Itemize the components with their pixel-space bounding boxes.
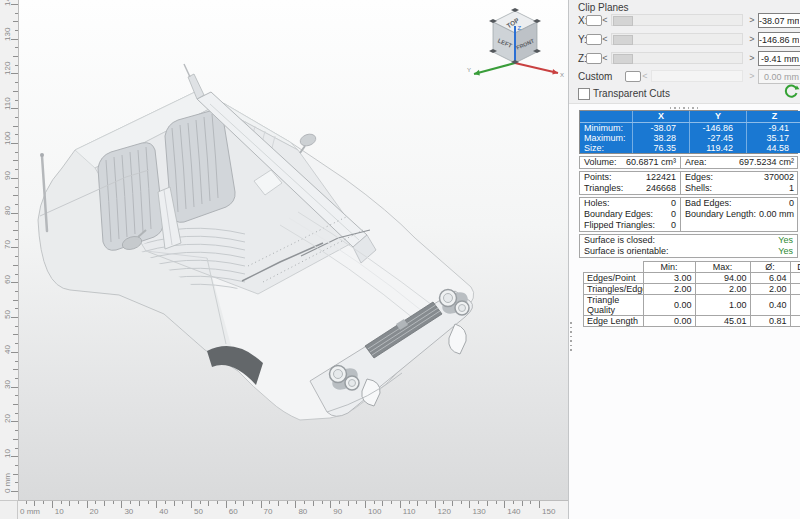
bad-edges-value: 0 bbox=[789, 198, 794, 209]
clip-x-checkbox[interactable] bbox=[586, 15, 602, 26]
flipped-triangles-label: Flipped Triangles: bbox=[584, 220, 655, 231]
stats-row-edges-point: Edges/Point 3.00 94.00 6.04 2.43 bbox=[584, 273, 800, 284]
clip-z-slider[interactable] bbox=[611, 52, 743, 64]
holes-value: 0 bbox=[671, 198, 676, 209]
stats-edges-point-min: 3.00 bbox=[643, 273, 695, 284]
stats-edges-point-label: Edges/Point bbox=[584, 273, 644, 284]
clip-y-slider-thumb[interactable] bbox=[613, 35, 633, 45]
bounds-max-z: 35.17 bbox=[747, 133, 800, 143]
clip-z-decrease-button[interactable]: < bbox=[601, 52, 609, 64]
viewport-area: TOP LEFT FRONT Z Y X 0 mm102030405060708… bbox=[0, 0, 568, 519]
boundary-length-label: Boundary Length: bbox=[685, 209, 756, 220]
bounds-max-label: Maximum: bbox=[580, 133, 633, 143]
bounds-size-x: 76.35 bbox=[633, 143, 690, 153]
stats-triangle-quality-min: 0.00 bbox=[643, 295, 695, 316]
bounds-row-maximum: Maximum: 38.28 -27.45 35.17 bbox=[580, 133, 800, 143]
clip-x-value-input[interactable] bbox=[758, 13, 800, 28]
holes-label: Holes: bbox=[584, 198, 610, 209]
clip-custom-slider bbox=[651, 70, 743, 82]
stats-col-max: Max: bbox=[695, 262, 750, 273]
shells-label: Shells: bbox=[685, 183, 712, 194]
bad-edges-label: Bad Edges: bbox=[685, 198, 732, 209]
clip-row-custom: Custom < > bbox=[569, 69, 800, 84]
edges-value: 370002 bbox=[764, 172, 794, 183]
clip-x-slider-thumb[interactable] bbox=[613, 16, 633, 26]
clip-y-slider[interactable] bbox=[611, 33, 743, 45]
stats-triangles-edge-avg: 2.00 bbox=[750, 284, 790, 295]
clip-z-increase-button[interactable]: > bbox=[748, 52, 756, 64]
clip-y-checkbox[interactable] bbox=[586, 34, 602, 45]
panel-drag-handle[interactable] bbox=[670, 107, 700, 109]
stats-edges-point-dev: 2.43 bbox=[790, 273, 800, 284]
z-axis-label: Z bbox=[518, 25, 522, 31]
panel-splitter-handle[interactable] bbox=[570, 322, 572, 352]
ruler-horizontal: 0 mm102030405060708090100110120130140150 bbox=[18, 500, 568, 519]
clip-row-z: Z: < > bbox=[569, 51, 800, 66]
edges-label: Edges: bbox=[685, 172, 713, 183]
clip-z-checkbox[interactable] bbox=[586, 53, 602, 64]
view-cube[interactable]: TOP LEFT FRONT Z Y X bbox=[466, 6, 566, 78]
bounds-min-label: Minimum: bbox=[580, 123, 633, 134]
triangles-value: 246668 bbox=[646, 183, 676, 194]
bounds-table: X Y Z Minimum: -38.07 -146.86 -9.41 Maxi… bbox=[579, 110, 798, 154]
volume-value: 60.6871 cm³ bbox=[626, 157, 676, 168]
surface-orientable-label: Surface is orientable: bbox=[584, 246, 669, 257]
stats-edge-length-min: 0.00 bbox=[643, 316, 695, 327]
flipped-triangles-value: 0 bbox=[671, 220, 676, 231]
volume-area-box: Volume:60.6871 cm³ Area:697.5234 cm² bbox=[579, 156, 798, 169]
stats-row-edge-length: Edge Length 0.00 45.01 0.81 1.90 bbox=[584, 316, 800, 327]
bounds-max-x: 38.28 bbox=[633, 133, 690, 143]
bounds-col-z: Z bbox=[747, 111, 800, 123]
stats-triangles-edge-dev: 0.00 bbox=[790, 284, 800, 295]
3d-canvas[interactable]: TOP LEFT FRONT Z Y X bbox=[18, 0, 568, 500]
clip-custom-checkbox[interactable] bbox=[625, 71, 641, 82]
volume-label: Volume: bbox=[584, 157, 617, 168]
stats-triangles-edge-min: 2.00 bbox=[643, 284, 695, 295]
points-label: Points: bbox=[584, 172, 612, 183]
clip-x-slider[interactable] bbox=[611, 14, 743, 26]
info-panel: Clip Planes X: < > Y: < > Z: < bbox=[568, 0, 800, 519]
area-value: 697.5234 cm² bbox=[739, 157, 794, 168]
stats-edge-length-max: 45.01 bbox=[695, 316, 750, 327]
clip-planes-title: Clip Planes bbox=[578, 2, 629, 13]
bounds-col-x: X bbox=[633, 111, 690, 123]
transparent-cuts-checkbox[interactable] bbox=[578, 88, 590, 100]
clip-x-increase-button[interactable]: > bbox=[748, 14, 756, 26]
bounds-size-label: Size: bbox=[580, 143, 633, 153]
clip-row-x: X: < > bbox=[569, 13, 800, 28]
bounds-row-size: Size: 76.35 119.42 44.58 bbox=[580, 143, 800, 153]
bounds-min-z: -9.41 bbox=[747, 123, 800, 134]
clip-y-increase-button[interactable]: > bbox=[748, 33, 756, 45]
surface-box: Surface is closed:Yes Surface is orienta… bbox=[579, 234, 798, 258]
clip-z-slider-thumb[interactable] bbox=[613, 54, 633, 64]
stats-col-min: Min: bbox=[643, 262, 695, 273]
refresh-icon[interactable] bbox=[783, 83, 800, 100]
transparent-cuts-label: Transparent Cuts bbox=[593, 88, 670, 99]
boundary-length-value: 0.00 mm bbox=[759, 209, 794, 220]
defects-box: Holes:0 Boundary Edges:0 Flipped Triangl… bbox=[579, 197, 798, 232]
points-value: 122421 bbox=[646, 172, 676, 183]
ruler-vertical: 0 mm102030405060708090100110120130140 bbox=[0, 0, 19, 500]
ruler-corner bbox=[0, 500, 18, 519]
stats-edge-length-label: Edge Length bbox=[584, 316, 644, 327]
clip-custom-increase-button: > bbox=[748, 70, 756, 82]
clip-x-decrease-button[interactable]: < bbox=[601, 14, 609, 26]
stats-triangle-quality-max: 1.00 bbox=[695, 295, 750, 316]
clip-y-value-input[interactable] bbox=[758, 32, 800, 47]
stats-triangles-edge-label: Triangles/Edge bbox=[584, 284, 644, 295]
stats-triangle-quality-avg: 0.40 bbox=[750, 295, 790, 316]
surface-closed-value: Yes bbox=[778, 235, 793, 246]
statistics-tables: X Y Z Minimum: -38.07 -146.86 -9.41 Maxi… bbox=[579, 110, 798, 327]
clip-y-decrease-button[interactable]: < bbox=[601, 33, 609, 45]
quality-stats-table: Min: Max: Ø: Dev: Edges/Point 3.00 94.00… bbox=[583, 261, 800, 327]
clip-custom-value-input bbox=[758, 69, 800, 84]
stats-row-triangle-quality: Triangle Quality 0.00 1.00 0.40 0.30 bbox=[584, 295, 800, 316]
stats-edges-point-avg: 6.04 bbox=[750, 273, 790, 284]
stats-triangles-edge-max: 2.00 bbox=[695, 284, 750, 295]
bounds-col-y: Y bbox=[690, 111, 747, 123]
topology-box: Points:122421 Triangles:246668 Edges:370… bbox=[579, 171, 798, 195]
stats-triangle-quality-dev: 0.30 bbox=[790, 295, 800, 316]
surface-orientable-value: Yes bbox=[778, 246, 793, 257]
bounds-size-z: 44.58 bbox=[747, 143, 800, 153]
clip-z-value-input[interactable] bbox=[758, 51, 800, 66]
